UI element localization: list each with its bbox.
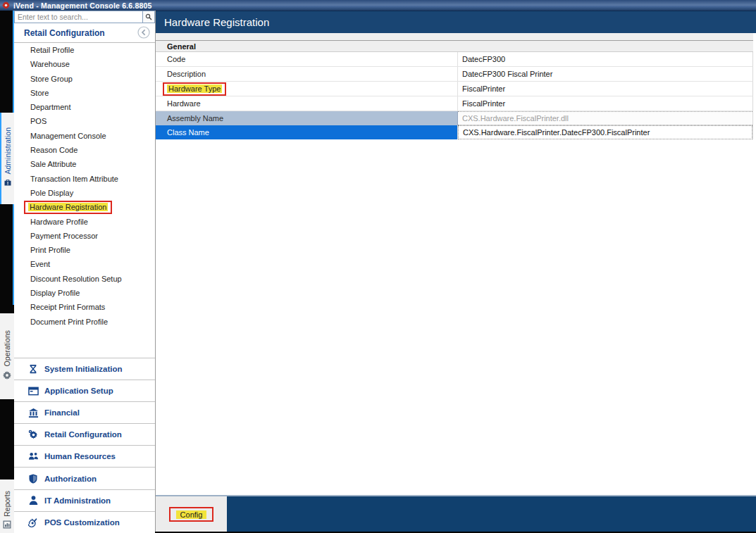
group-authorization[interactable]: Authorization — [14, 467, 155, 489]
sidebar-item-store-group[interactable]: Store Group — [14, 72, 155, 86]
person-icon — [27, 495, 39, 506]
vertical-tab-administration-label: Administration — [4, 127, 12, 175]
tab-config[interactable]: Config — [156, 496, 227, 532]
group-financial[interactable]: Financial — [14, 401, 155, 423]
page-header: Hardware Registration — [156, 11, 756, 33]
group-label: POS Customization — [44, 518, 120, 527]
sidebar-group-header: Retail Configuration — [14, 23, 155, 43]
group-label: Application Setup — [44, 387, 113, 395]
bank-icon — [27, 407, 39, 418]
sidebar-item-list: Retail Profile Warehouse Store Group Sto… — [14, 43, 155, 329]
table-row-code: Code DatecFP300 — [156, 52, 753, 67]
highlight-red-box: Hardware Type — [163, 82, 226, 96]
sidebar-item-receipt-print-formats[interactable]: Receipt Print Formats — [14, 300, 155, 314]
table-row-hardware: Hardware FiscalPrinter — [156, 96, 753, 111]
sidebar-item-pole-display[interactable]: Pole Display — [14, 186, 155, 200]
row-value-description[interactable]: DatecFP300 Fiscal Printer — [458, 67, 752, 81]
row-label-assembly-name: Assembly Name — [156, 111, 458, 125]
sidebar-item-pos[interactable]: POS — [14, 114, 155, 128]
reports-icon — [3, 519, 11, 532]
row-label-code: Code — [156, 52, 458, 66]
main-content: Hardware Registration General Code Datec… — [156, 11, 756, 532]
section-title: General — [167, 42, 196, 51]
row-label-hardware-type: Hardware Type — [156, 82, 458, 96]
table-row-description: Description DatecFP300 Fiscal Printer — [156, 67, 753, 82]
app-gear-icon — [2, 1, 10, 9]
highlight-yellow: Hardware Type — [167, 84, 222, 93]
vertical-tab-administration[interactable]: Administration — [0, 113, 14, 204]
vertical-tab-operations[interactable]: Operations — [0, 313, 14, 399]
application-window-icon — [27, 385, 39, 396]
table-row-assembly-name: Assembly Name CXS.Hardware.FiscalPrinter… — [156, 111, 753, 125]
sidebar-item-warehouse[interactable]: Warehouse — [14, 57, 155, 71]
collapse-sidebar-button[interactable] — [137, 26, 150, 39]
search-input[interactable] — [15, 11, 142, 23]
group-it-administration[interactable]: IT Administration — [14, 489, 155, 511]
highlight-yellow: Config — [176, 510, 207, 519]
sidebar-item-transaction-item-attribute[interactable]: Transaction Item Attribute — [14, 172, 155, 186]
operations-gear-icon — [3, 370, 11, 382]
group-label: IT Administration — [44, 496, 111, 505]
sidebar-search-box — [14, 11, 155, 23]
chevron-left-circle-icon — [137, 26, 150, 39]
people-icon — [27, 451, 39, 462]
sidebar-item-discount-resolution-setup[interactable]: Discount Resolution Setup — [14, 272, 155, 286]
sidebar-item-sale-attribute[interactable]: Sale Attribute — [14, 157, 155, 171]
group-retail-configuration[interactable]: Retail Configuration — [14, 423, 155, 445]
navigation-sidebar: Retail Configuration Retail Profile Ware… — [14, 11, 156, 532]
header-gap — [156, 33, 753, 41]
section-general-header: General — [156, 41, 753, 52]
sidebar-item-payment-processor[interactable]: Payment Processor — [14, 229, 155, 243]
row-value-hardware[interactable]: FiscalPrinter — [458, 96, 752, 111]
sidebar-item-document-print-profile[interactable]: Document Print Profile — [14, 315, 155, 329]
group-human-resources[interactable]: Human Resources — [14, 445, 155, 467]
sidebar-item-display-profile[interactable]: Display Profile — [14, 286, 155, 300]
gear-wrench-icon — [27, 517, 39, 528]
bottom-tab-bar: Config — [156, 495, 756, 532]
row-value-class-name[interactable]: CXS.Hardware.FiscalPrinter.DatecFP300.Fi… — [458, 125, 752, 139]
shield-icon — [27, 473, 39, 484]
sidebar-item-hardware-profile[interactable]: Hardware Profile — [14, 215, 155, 229]
hourglass-icon — [27, 363, 39, 375]
row-label-class-name: Class Name — [156, 125, 458, 139]
sidebar-item-print-profile[interactable]: Print Profile — [14, 243, 155, 257]
sidebar-item-store[interactable]: Store — [14, 86, 155, 100]
sidebar-item-management-console[interactable]: Management Console — [14, 129, 155, 143]
row-value-hardware-type[interactable]: FiscalPrinter — [458, 82, 752, 96]
group-application-setup[interactable]: Application Setup — [14, 380, 155, 401]
group-label: Financial — [44, 408, 80, 417]
administration-icon — [4, 177, 12, 189]
window-title-bar: iVend - Management Console 6.6.8805 — [0, 0, 756, 11]
group-pos-customization[interactable]: POS Customization — [14, 511, 155, 533]
search-button[interactable] — [142, 11, 154, 23]
vertical-tab-reports-label: Reports — [3, 491, 11, 517]
table-row-hardware-type: Hardware Type FiscalPrinter — [156, 82, 753, 96]
window-title: iVend - Management Console 6.6.8805 — [13, 1, 152, 10]
highlight-red-box: Config — [169, 507, 214, 522]
page-title: Hardware Registration — [164, 16, 269, 28]
sidebar-item-department[interactable]: Department — [14, 100, 155, 114]
sidebar-group-buttons: System Initialization Application Setup … — [14, 358, 155, 533]
sidebar-item-hardware-registration[interactable]: Hardware Registration — [14, 200, 155, 214]
sidebar-group-title: Retail Configuration — [14, 28, 105, 38]
group-system-initialization[interactable]: System Initialization — [14, 358, 155, 380]
sidebar-item-event[interactable]: Event — [14, 257, 155, 271]
sidebar-item-reason-code[interactable]: Reason Code — [14, 143, 155, 157]
row-label-description: Description — [156, 67, 458, 81]
group-label: Authorization — [44, 475, 97, 483]
vertical-tab-strip: Administration Operations Reports — [0, 11, 14, 533]
table-row-class-name: Class Name CXS.Hardware.FiscalPrinter.Da… — [156, 125, 753, 139]
group-label: System Initialization — [44, 365, 123, 373]
property-grid: Code DatecFP300 Description DatecFP300 F… — [156, 52, 753, 139]
group-label: Retail Configuration — [44, 430, 122, 439]
row-value-code[interactable]: DatecFP300 — [458, 52, 752, 66]
vertical-tab-operations-label: Operations — [3, 330, 11, 366]
search-icon — [145, 13, 152, 20]
highlight-red-box: Hardware Registration — [24, 201, 112, 214]
row-label-hardware: Hardware — [156, 96, 458, 111]
gears-icon — [27, 429, 39, 440]
sidebar-item-retail-profile[interactable]: Retail Profile — [14, 43, 155, 57]
group-label: Human Resources — [44, 452, 116, 460]
vertical-tab-reports[interactable]: Reports — [0, 479, 14, 533]
highlight-yellow: Hardware Registration — [28, 203, 108, 211]
